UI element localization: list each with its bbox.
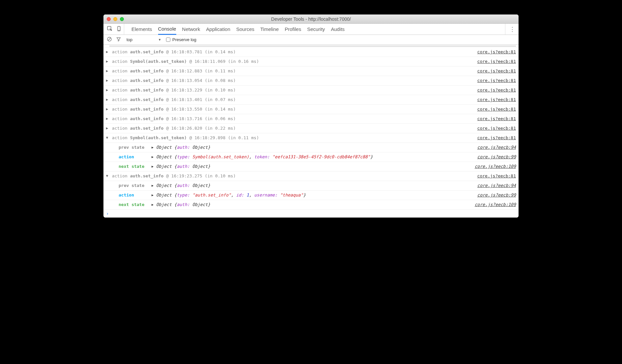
- object-preview[interactable]: Object {auth: Object}: [156, 144, 210, 151]
- source-link[interactable]: core.js?eecb:109: [468, 201, 516, 208]
- tab-security[interactable]: Security: [307, 24, 325, 35]
- log-text: action auth.set_info @ 16:18:13.716 (in …: [109, 116, 236, 122]
- log-row[interactable]: ▶ action auth.set_info @ 16:18:03.781 (i…: [103, 47, 519, 57]
- log-row[interactable]: ▼ action auth.set_info @ 16:19:23.275 (i…: [103, 171, 519, 181]
- disclosure-icon[interactable]: ▶: [152, 144, 156, 151]
- preserve-log-label: Preserve log: [172, 37, 196, 42]
- log-row[interactable]: ▶ action auth.set_info @ 16:18:13.229 (i…: [103, 86, 519, 95]
- preserve-log-checkbox[interactable]: [166, 38, 170, 42]
- disclosure-icon[interactable]: ▶: [105, 125, 109, 132]
- disclosure-icon[interactable]: ▼: [105, 173, 109, 179]
- filter-icon[interactable]: [116, 37, 121, 43]
- log-text: action auth.set_info @ 16:18:12.883 (in …: [109, 68, 236, 74]
- state-label: prev state: [119, 144, 152, 151]
- log-detail-row[interactable]: prev state ▶ Object {auth: Object} core.…: [103, 143, 519, 152]
- log-text: action auth.set_info @ 16:18:03.781 (in …: [109, 49, 236, 55]
- object-preview[interactable]: Object {type: Symbol(auth.set_token), to…: [156, 154, 373, 160]
- context-select[interactable]: top: [125, 37, 162, 42]
- console-prompt[interactable]: ›: [103, 210, 519, 218]
- source-link[interactable]: core.js?eecb:81: [471, 106, 516, 113]
- truncated-row: [103, 45, 519, 47]
- window-title: Developer Tools - http://localhost:7000/: [103, 16, 519, 22]
- disclosure-icon[interactable]: ▶: [105, 106, 109, 113]
- disclosure-icon[interactable]: ▶: [152, 201, 156, 208]
- log-row[interactable]: ▶ action auth.set_info @ 16:18:13.716 (i…: [103, 114, 519, 124]
- source-link[interactable]: core.js?eecb:81: [471, 96, 516, 103]
- console-output: ▶ action auth.set_info @ 16:18:03.781 (i…: [103, 45, 519, 218]
- preserve-log-toggle[interactable]: Preserve log: [166, 37, 196, 42]
- disclosure-icon[interactable]: ▶: [105, 68, 109, 74]
- source-link[interactable]: core.js?eecb:81: [471, 135, 516, 141]
- source-link[interactable]: core.js?eecb:99: [471, 154, 516, 160]
- state-label: prev state: [119, 182, 152, 189]
- log-text: action Symbol(auth.set_token) @ 16:18:11…: [109, 58, 259, 65]
- log-row[interactable]: ▶ action auth.set_info @ 16:18:26.820 (i…: [103, 124, 519, 133]
- source-link[interactable]: core.js?eecb:81: [471, 116, 516, 122]
- log-row[interactable]: ▶ action auth.set_info @ 16:18:12.883 (i…: [103, 66, 519, 76]
- log-text: action auth.set_info @ 16:19:23.275 (in …: [109, 173, 236, 179]
- log-detail-row[interactable]: next state ▶ Object {auth: Object} core.…: [103, 162, 519, 171]
- panel-tabs: Elements Console Network Application Sou…: [103, 24, 519, 35]
- log-detail-row[interactable]: next state ▶ Object {auth: Object} core.…: [103, 200, 519, 210]
- source-link[interactable]: core.js?eecb:94: [471, 182, 516, 189]
- disclosure-icon[interactable]: ▶: [105, 116, 109, 122]
- log-text: action auth.set_info @ 16:18:26.820 (in …: [109, 125, 236, 132]
- action-label: action: [119, 192, 152, 198]
- log-detail-row[interactable]: action ▶ Object {type: "auth.set_info", …: [103, 191, 519, 200]
- source-link[interactable]: core.js?eecb:81: [471, 49, 516, 55]
- tab-audits[interactable]: Audits: [331, 24, 345, 35]
- disclosure-icon[interactable]: ▶: [105, 49, 109, 55]
- disclosure-icon[interactable]: ▶: [152, 192, 156, 198]
- device-icon[interactable]: [116, 26, 122, 33]
- tab-elements[interactable]: Elements: [131, 24, 152, 35]
- console-toolbar: top Preserve log: [103, 35, 519, 45]
- source-link[interactable]: core.js?eecb:81: [471, 87, 516, 93]
- log-row[interactable]: ▼ action Symbol(auth.set_token) @ 16:18:…: [103, 133, 519, 143]
- disclosure-icon[interactable]: ▶: [152, 163, 156, 170]
- more-icon[interactable]: ⋮: [505, 24, 515, 35]
- tab-network[interactable]: Network: [182, 24, 200, 35]
- disclosure-icon[interactable]: ▶: [105, 96, 109, 103]
- disclosure-icon[interactable]: ▶: [105, 77, 109, 84]
- action-label: action: [119, 154, 152, 160]
- object-preview[interactable]: Object {auth: Object}: [156, 201, 210, 208]
- log-text: action auth.set_info @ 16:18:13.054 (in …: [109, 77, 236, 84]
- tab-console[interactable]: Console: [158, 24, 176, 35]
- object-preview[interactable]: Object {type: "auth.set_info", id: 1, us…: [156, 192, 306, 198]
- object-preview[interactable]: Object {auth: Object}: [156, 163, 210, 170]
- disclosure-icon[interactable]: ▶: [152, 154, 156, 160]
- inspect-icon[interactable]: [107, 26, 113, 33]
- log-detail-row[interactable]: action ▶ Object {type: Symbol(auth.set_t…: [103, 152, 519, 162]
- source-link[interactable]: core.js?eecb:81: [471, 68, 516, 74]
- log-row[interactable]: ▶ action auth.set_info @ 16:18:13.550 (i…: [103, 105, 519, 114]
- log-detail-row[interactable]: prev state ▶ Object {auth: Object} core.…: [103, 181, 519, 191]
- state-label: next state: [119, 163, 152, 170]
- source-link[interactable]: core.js?eecb:81: [471, 58, 516, 65]
- log-row[interactable]: ▶ action Symbol(auth.set_token) @ 16:18:…: [103, 57, 519, 66]
- source-link[interactable]: core.js?eecb:109: [468, 163, 516, 170]
- disclosure-icon[interactable]: ▶: [152, 182, 156, 189]
- tab-application[interactable]: Application: [206, 24, 230, 35]
- titlebar: Developer Tools - http://localhost:7000/: [103, 14, 519, 24]
- log-text: action auth.set_info @ 16:18:13.401 (in …: [109, 96, 236, 103]
- log-text: action auth.set_info @ 16:18:13.229 (in …: [109, 87, 236, 93]
- source-link[interactable]: core.js?eecb:81: [471, 77, 516, 84]
- tab-profiles[interactable]: Profiles: [285, 24, 301, 35]
- disclosure-icon[interactable]: ▶: [105, 58, 109, 65]
- state-label: next state: [119, 201, 152, 208]
- source-link[interactable]: core.js?eecb:94: [471, 144, 516, 151]
- tab-sources[interactable]: Sources: [236, 24, 254, 35]
- log-row[interactable]: ▶ action auth.set_info @ 16:18:13.401 (i…: [103, 95, 519, 105]
- svg-line-4: [108, 38, 111, 40]
- clear-console-icon[interactable]: [107, 37, 112, 43]
- disclosure-icon[interactable]: ▼: [105, 135, 109, 141]
- source-link[interactable]: core.js?eecb:81: [471, 173, 516, 179]
- object-preview[interactable]: Object {auth: Object}: [156, 182, 210, 189]
- devtools-window: Developer Tools - http://localhost:7000/…: [103, 14, 519, 218]
- log-row[interactable]: ▶ action auth.set_info @ 16:18:13.054 (i…: [103, 76, 519, 86]
- tab-timeline[interactable]: Timeline: [260, 24, 279, 35]
- disclosure-icon[interactable]: ▶: [105, 87, 109, 93]
- log-text: action auth.set_info @ 16:18:13.550 (in …: [109, 106, 236, 113]
- source-link[interactable]: core.js?eecb:99: [471, 192, 516, 198]
- source-link[interactable]: core.js?eecb:81: [471, 125, 516, 132]
